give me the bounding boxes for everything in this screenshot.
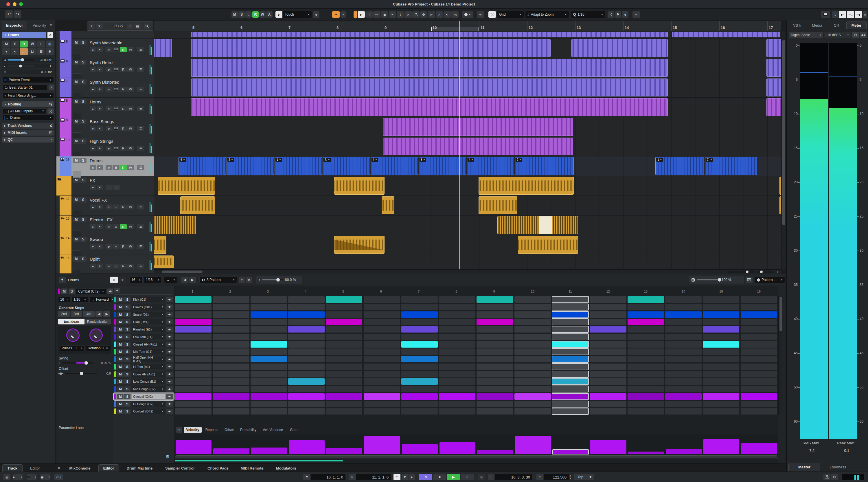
pattern-number-label[interactable]: 1▼ [656, 158, 663, 162]
inspector-track-title[interactable]: ▼ Drums [2, 32, 46, 38]
tab-loudness[interactable]: Loudness [822, 463, 854, 471]
track-row[interactable]: 13MSElectro - FX●e∞RW≣ [56, 216, 154, 235]
inspector-button-0-2[interactable]: R [20, 40, 28, 48]
track-row[interactable]: 7MSSynth Distorted●eRW≣ [56, 78, 154, 97]
write-automation-button[interactable]: W [127, 263, 134, 268]
step-cell[interactable] [175, 348, 212, 355]
add-pattern-button[interactable]: + [239, 277, 245, 283]
step-cell[interactable] [627, 296, 664, 303]
channel-settings-icon[interactable]: ≣ [137, 165, 144, 170]
edit-channel-button[interactable]: e [105, 263, 112, 268]
direction-select[interactable]: →Forward▼ [89, 296, 112, 303]
step-cell[interactable] [175, 378, 212, 385]
row-speaker-icon[interactable] [166, 297, 173, 302]
channel-settings-icon[interactable]: ≣ [137, 204, 144, 209]
step-cell[interactable] [326, 408, 362, 415]
solo-button[interactable]: S [80, 40, 87, 45]
monitor-button[interactable] [97, 87, 103, 91]
step-cell[interactable] [326, 296, 362, 303]
write-automation-button[interactable]: W [127, 165, 134, 170]
step-cell[interactable] [401, 356, 438, 362]
tempo-mode-caret[interactable]: ▼ [587, 474, 594, 480]
event-clip[interactable] [191, 39, 551, 57]
step-cell[interactable] [213, 326, 249, 333]
channel-settings-icon[interactable]: ≣ [137, 67, 144, 72]
automation-mode-select[interactable]: Touch▼ [283, 11, 312, 18]
track-row[interactable]: 15MSUplift●e∞RW≣ [56, 255, 154, 274]
step-cell[interactable] [251, 408, 287, 415]
step-cell[interactable] [326, 356, 362, 362]
tab-master[interactable]: Master [788, 463, 820, 471]
row-speaker-icon[interactable] [166, 372, 173, 377]
velocity-bar[interactable] [741, 443, 777, 454]
step-cell[interactable] [741, 296, 777, 303]
record-enable-button[interactable]: ● [90, 244, 96, 249]
step-cell[interactable] [401, 334, 438, 340]
record-enable-button[interactable]: ● [90, 47, 96, 52]
zone-tab-drum-machine[interactable]: Drum Machine [123, 464, 156, 472]
every-2nd-button[interactable]: 2nd [58, 311, 70, 317]
step-cell[interactable] [439, 371, 475, 377]
row-mute-button[interactable]: M [117, 312, 124, 317]
step-cell[interactable] [439, 386, 475, 392]
step-cell[interactable] [401, 296, 438, 303]
step-cell[interactable] [288, 296, 324, 303]
grid-resolution-select[interactable]: 1/16▼ [144, 277, 162, 283]
channel-settings-icon[interactable]: ≣ [137, 146, 144, 151]
velocity-bar[interactable] [439, 442, 475, 454]
record-enable-button[interactable]: ● [90, 185, 96, 190]
drum-row-label[interactable]: MSLow Conga (B1)▼ [114, 378, 174, 385]
step-cell[interactable] [703, 386, 739, 392]
row-name-select[interactable]: Low Tom (F1)▼ [132, 334, 165, 339]
step-cell[interactable] [552, 386, 589, 392]
track-row[interactable]: MSFX●=≈ [56, 176, 154, 196]
step-cell[interactable] [703, 304, 739, 310]
step-cell[interactable] [515, 304, 551, 310]
tab-cr[interactable]: CR [828, 21, 845, 29]
track-row[interactable]: 14MSSwoop●e∞RW≣ [56, 235, 154, 255]
event-clip[interactable] [180, 196, 215, 214]
drum-row-label[interactable]: MSHi Tom (A1)▼ [114, 363, 174, 370]
comp-tool[interactable]: ⫦ [428, 11, 435, 18]
step-cell[interactable] [665, 348, 702, 355]
cycle-button[interactable]: ↻ [419, 474, 432, 480]
step-cell[interactable] [741, 341, 777, 348]
velocity-bar[interactable] [327, 448, 362, 454]
event-clip[interactable] [767, 39, 781, 57]
zone-lower-toggle[interactable]: ▭▁ [847, 11, 854, 18]
event-clip[interactable] [154, 255, 174, 268]
inspector-button-1-2[interactable]: ♩ [20, 48, 28, 55]
step-cell[interactable] [175, 401, 212, 407]
drum-row-label[interactable]: MSKick (C1)▼ [114, 296, 174, 303]
zone-tab-chord-pads[interactable]: Chord Pads [204, 464, 232, 472]
step-cell[interactable] [401, 364, 438, 370]
step-cell[interactable] [741, 311, 777, 318]
step-cell[interactable] [476, 296, 513, 303]
swing-global-row[interactable]: ♪80.0 % [256, 276, 302, 284]
velocity-bar[interactable] [553, 450, 589, 454]
selected-row-select[interactable]: Cymbal (C#2)▼ [76, 288, 106, 294]
event-clip[interactable] [767, 59, 781, 77]
step-cell[interactable] [364, 393, 400, 400]
step-cell[interactable] [288, 326, 324, 333]
step-cell[interactable] [627, 311, 664, 318]
step-cell[interactable] [552, 304, 589, 310]
step-cell[interactable] [326, 334, 362, 340]
row-mute-button[interactable]: M [117, 372, 124, 377]
step-cell[interactable] [515, 401, 551, 407]
drum-row-label[interactable]: MSCowbell (D#2)▼ [114, 408, 174, 415]
step-cell[interactable] [515, 393, 551, 400]
step-cell[interactable] [213, 356, 249, 362]
left-panel-toggle[interactable]: ▯ [110, 277, 118, 283]
write-automation-button[interactable]: W [127, 126, 134, 131]
row-mute-button[interactable]: M [117, 387, 124, 392]
meter-scale-select[interactable]: Digital Scale▼ [789, 32, 823, 38]
left-zone-toggle[interactable]: ⌷ [832, 11, 838, 18]
step-cell[interactable] [401, 371, 438, 377]
velocity-bar[interactable] [477, 450, 513, 454]
write-automation-button[interactable]: W [127, 244, 134, 249]
record-enable-button[interactable]: ● [90, 224, 96, 229]
meter-reset-button[interactable]: ◀◀ [860, 32, 867, 38]
step-cell[interactable] [175, 386, 212, 392]
step-cell[interactable] [439, 393, 475, 400]
